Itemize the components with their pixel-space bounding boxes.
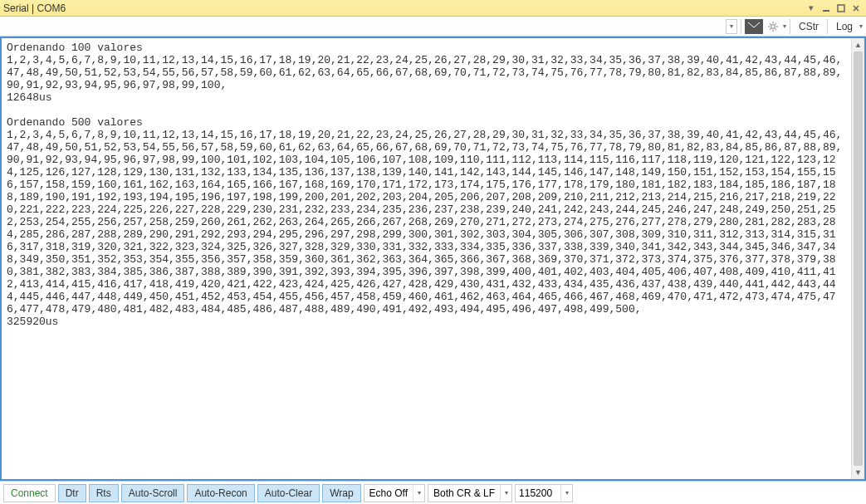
crlf-dropdown[interactable]: Both CR & LF ▾: [428, 484, 512, 502]
scroll-down-arrow[interactable]: ▼: [852, 466, 864, 479]
toolbar-dropdown[interactable]: ▾: [726, 19, 737, 34]
minimize-icon[interactable]: [820, 2, 833, 14]
dtr-button[interactable]: Dtr: [58, 484, 86, 502]
baud-input[interactable]: [516, 485, 560, 502]
chevron-down-icon[interactable]: ▾: [413, 485, 424, 502]
chevron-down-icon[interactable]: ▾: [560, 485, 572, 502]
dropdown-icon[interactable]: ▾: [805, 2, 818, 14]
toolbar: ▾ ▾ CStr Log ▾: [0, 17, 866, 37]
window-title: Serial | COM6: [3, 2, 805, 14]
scrollbar[interactable]: ▲ ▼: [851, 38, 864, 479]
close-icon[interactable]: [849, 2, 863, 14]
separator: [741, 19, 741, 34]
autoscroll-button[interactable]: Auto-Scroll: [121, 484, 185, 502]
separator: [790, 19, 790, 34]
envelope-icon[interactable]: [745, 19, 763, 34]
echo-value: Echo Off: [365, 487, 413, 499]
svg-point-3: [771, 24, 775, 28]
main-area: Ordenando 100 valores 1,2,3,4,5,6,7,8,9,…: [0, 37, 866, 481]
window-controls: ▾: [805, 2, 863, 14]
gear-dropdown-icon[interactable]: ▾: [783, 22, 786, 30]
svg-line-11: [775, 23, 776, 25]
connect-button[interactable]: Connect: [3, 484, 56, 502]
scroll-up-arrow[interactable]: ▲: [852, 38, 864, 51]
baud-dropdown[interactable]: ▾: [515, 484, 573, 502]
scroll-track[interactable]: [852, 51, 864, 466]
titlebar: Serial | COM6 ▾: [0, 0, 866, 17]
crlf-value: Both CR & LF: [428, 487, 500, 499]
svg-rect-1: [838, 5, 844, 12]
terminal-output[interactable]: Ordenando 100 valores 1,2,3,4,5,6,7,8,9,…: [2, 38, 851, 479]
separator: [827, 19, 828, 34]
maximize-icon[interactable]: [834, 2, 848, 14]
svg-line-9: [775, 28, 776, 30]
gear-icon[interactable]: [765, 18, 781, 35]
svg-line-8: [770, 23, 771, 25]
log-button[interactable]: Log: [831, 19, 858, 34]
echo-dropdown[interactable]: Echo Off ▾: [364, 484, 425, 502]
autoclear-button[interactable]: Auto-Clear: [257, 484, 320, 502]
cstr-button[interactable]: CStr: [794, 19, 824, 34]
chevron-down-icon[interactable]: ▾: [500, 485, 511, 502]
wrap-button[interactable]: Wrap: [322, 484, 360, 502]
autorecon-button[interactable]: Auto-Recon: [187, 484, 254, 502]
svg-line-10: [770, 28, 771, 30]
rts-button[interactable]: Rts: [89, 484, 119, 502]
scroll-thumb[interactable]: [854, 51, 863, 466]
bottom-bar: Connect Dtr Rts Auto-Scroll Auto-Recon A…: [0, 481, 866, 504]
log-dropdown-icon[interactable]: ▾: [859, 22, 863, 30]
svg-rect-0: [823, 10, 829, 12]
